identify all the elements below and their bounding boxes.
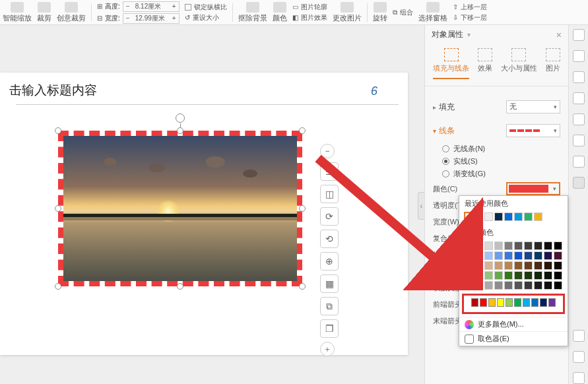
- sidebar-icon-4[interactable]: [573, 92, 585, 104]
- theme-color-swatch[interactable]: [544, 271, 552, 280]
- change-picture-button[interactable]: 更改图片: [333, 2, 362, 23]
- theme-color-swatch[interactable]: [554, 271, 562, 280]
- picture-outline-button[interactable]: ▭图片轮廓: [292, 3, 327, 12]
- recent-color-swatch[interactable]: [514, 212, 523, 221]
- theme-color-swatch[interactable]: [474, 271, 483, 280]
- group-button[interactable]: ⧉组合: [393, 8, 413, 17]
- recent-color-swatch[interactable]: [465, 212, 473, 221]
- theme-color-swatch[interactable]: [484, 281, 493, 290]
- line-section-toggle[interactable]: ▾线条: [433, 125, 455, 137]
- tab-size[interactable]: 大小与属性: [498, 47, 540, 80]
- sidebar-icon-more[interactable]: [573, 372, 585, 384]
- standard-color-swatch[interactable]: [488, 298, 496, 307]
- resize-handle[interactable]: [55, 283, 61, 290]
- theme-color-swatch[interactable]: [474, 251, 483, 260]
- recent-color-swatch[interactable]: [494, 212, 503, 221]
- theme-color-swatch[interactable]: [554, 261, 562, 270]
- theme-color-swatch[interactable]: [554, 281, 562, 290]
- sidebar-icon-3[interactable]: [573, 71, 585, 83]
- picture-effect-button[interactable]: ◧图片效果: [292, 13, 327, 22]
- theme-color-swatch[interactable]: [504, 251, 513, 260]
- recent-color-swatch[interactable]: [504, 212, 513, 221]
- tab-fill-line[interactable]: 填充与线条: [430, 47, 472, 80]
- tab-effect[interactable]: 效果: [475, 47, 495, 80]
- reset-size-button[interactable]: ↺重设大小: [185, 13, 227, 22]
- theme-color-swatch[interactable]: [534, 271, 542, 280]
- radio-no-line[interactable]: 无线条(N): [442, 144, 560, 154]
- color-button[interactable]: 颜色: [273, 2, 287, 23]
- theme-color-swatch[interactable]: [524, 271, 533, 280]
- selected-image[interactable]: [58, 131, 302, 286]
- theme-color-swatch[interactable]: [524, 281, 533, 290]
- theme-color-swatch[interactable]: [534, 241, 542, 250]
- theme-color-swatch[interactable]: [494, 281, 503, 290]
- theme-color-swatch[interactable]: [544, 261, 552, 270]
- radio-gradient-line[interactable]: 渐变线(G): [442, 169, 560, 179]
- theme-color-swatch[interactable]: [465, 251, 473, 260]
- resize-handle[interactable]: [177, 283, 183, 290]
- sidebar-icon-7[interactable]: [573, 156, 585, 168]
- standard-color-swatch[interactable]: [514, 298, 521, 307]
- smart-zoom-button[interactable]: 智能缩放: [3, 2, 32, 23]
- theme-color-swatch[interactable]: [465, 241, 473, 250]
- fill-section-toggle[interactable]: ▸填充: [433, 102, 455, 113]
- slide[interactable]: 击输入标题内容 6: [0, 73, 408, 355]
- standard-color-swatch[interactable]: [480, 298, 487, 307]
- up-layer-button[interactable]: ⇧上移一层: [453, 3, 487, 12]
- theme-color-swatch[interactable]: [484, 261, 493, 270]
- width-stepper[interactable]: −12.99厘米+: [123, 13, 180, 24]
- creative-crop-button[interactable]: 创意裁剪: [57, 2, 86, 23]
- theme-color-swatch[interactable]: [534, 251, 542, 260]
- resize-handle[interactable]: [299, 283, 306, 290]
- standard-color-swatch[interactable]: [471, 298, 478, 307]
- copy2-button[interactable]: ❐: [320, 319, 339, 338]
- standard-color-swatch[interactable]: [506, 298, 513, 307]
- theme-color-swatch[interactable]: [544, 241, 552, 250]
- resize-handle[interactable]: [299, 127, 306, 134]
- theme-color-swatch[interactable]: [484, 241, 493, 250]
- theme-color-swatch[interactable]: [494, 271, 503, 280]
- theme-color-swatch[interactable]: [524, 251, 533, 260]
- tab-image[interactable]: 图片: [543, 47, 563, 80]
- collapse-button[interactable]: −: [320, 144, 335, 158]
- fill-select[interactable]: 无▾: [506, 100, 560, 113]
- title-placeholder[interactable]: 击输入标题内容: [9, 82, 97, 99]
- copy-button[interactable]: ⧉: [320, 297, 339, 315]
- resize-handle[interactable]: [55, 127, 61, 134]
- select-button[interactable]: ▦: [320, 274, 339, 293]
- theme-color-swatch[interactable]: [465, 281, 473, 290]
- theme-color-swatch[interactable]: [474, 261, 483, 270]
- theme-color-swatch[interactable]: [504, 241, 513, 250]
- theme-color-swatch[interactable]: [484, 271, 493, 280]
- theme-color-swatch[interactable]: [514, 271, 523, 280]
- rotate-button[interactable]: ⟳: [320, 207, 339, 226]
- theme-color-swatch[interactable]: [554, 251, 562, 260]
- remove-background-button[interactable]: 抠除背景: [238, 2, 267, 23]
- theme-color-swatch[interactable]: [504, 261, 513, 270]
- sidebar-icon-6[interactable]: [573, 135, 585, 146]
- recent-color-swatch[interactable]: [484, 212, 493, 221]
- resize-handle[interactable]: [177, 127, 183, 134]
- crop-button[interactable]: 裁剪: [37, 2, 51, 23]
- sidebar-icon-2[interactable]: [573, 50, 585, 62]
- rotate-handle[interactable]: [176, 113, 185, 123]
- resize-handle[interactable]: [55, 205, 61, 212]
- theme-color-swatch[interactable]: [534, 261, 542, 270]
- plus-icon[interactable]: +: [170, 3, 179, 10]
- dropdown-icon[interactable]: ▾: [467, 31, 471, 38]
- minus-icon[interactable]: −: [123, 3, 133, 10]
- rotate-button[interactable]: 旋转: [373, 2, 387, 23]
- more-colors-button[interactable]: 更多颜色(M)...: [459, 317, 568, 331]
- sidebar-icon-1[interactable]: [573, 29, 585, 41]
- theme-color-swatch[interactable]: [484, 251, 493, 260]
- theme-color-swatch[interactable]: [514, 281, 523, 290]
- theme-color-swatch[interactable]: [514, 241, 523, 250]
- recent-color-swatch[interactable]: [524, 212, 533, 221]
- line-color-picker[interactable]: ▾: [506, 182, 560, 195]
- theme-color-swatch[interactable]: [494, 241, 503, 250]
- sidebar-icon-properties[interactable]: [573, 177, 585, 189]
- close-icon[interactable]: ×: [556, 30, 562, 40]
- layers-button[interactable]: ☰: [320, 162, 339, 181]
- theme-color-swatch[interactable]: [514, 251, 523, 260]
- down-layer-button[interactable]: ⇩下移一层: [453, 13, 487, 22]
